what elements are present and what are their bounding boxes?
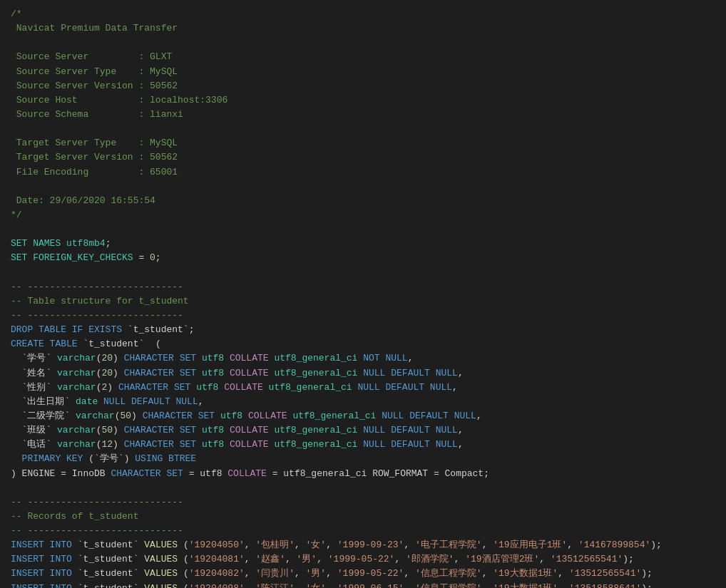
code-editor: /* Navicat Premium Data Transfer Source … [11, 7, 715, 588]
comment-header: /* Navicat Premium Data Transfer Source … [11, 9, 227, 220]
sql-content: /* Navicat Premium Data Transfer Source … [11, 7, 715, 588]
set-names: SET NAMES utf8mb4 [11, 238, 106, 249]
